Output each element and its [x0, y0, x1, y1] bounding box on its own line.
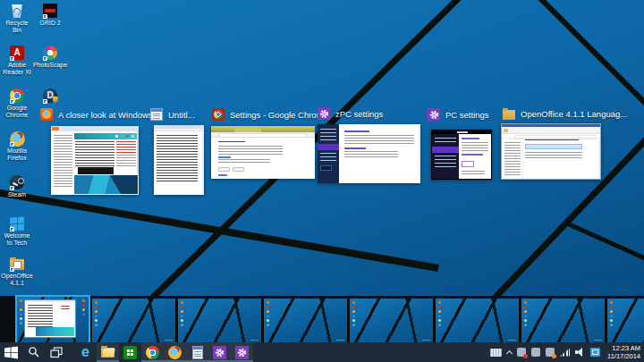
- preview-decor: [422, 340, 430, 341]
- desktop-icon-label: Mozilla Firefox: [1, 147, 33, 162]
- task-view-window-pc-settings[interactable]: PC settings: [428, 108, 489, 121]
- window-title: PC settings: [445, 110, 489, 120]
- action-center-icon[interactable]: [590, 348, 600, 357]
- desktop-icon-photoscape[interactable]: PhotoScape: [34, 46, 66, 69]
- window-preview-chrome[interactable]: [211, 126, 315, 179]
- desktop-icon-d-app[interactable]: D: [34, 88, 66, 105]
- desktop-icon-label: PhotoScape: [33, 62, 67, 69]
- search-icon: [28, 346, 40, 358]
- preview-decor: [320, 165, 332, 171]
- task-view-window-chrome[interactable]: Settings - Google Chrome: [212, 108, 328, 121]
- chrome-icon: [212, 108, 225, 121]
- virtual-desktop-thumbnail[interactable]: [436, 299, 519, 342]
- virtual-desktop-thumbnail-active[interactable]: [15, 295, 90, 344]
- file-explorer-icon: [101, 348, 114, 358]
- tray-badge-icon-red[interactable]: [517, 348, 526, 357]
- virtual-desktop-thumbnail[interactable]: [350, 299, 433, 342]
- task-view-window-firefox[interactable]: A closer look at Windows...: [40, 108, 160, 121]
- virtual-desktop-thumbnail[interactable]: [178, 299, 261, 342]
- preview-decor: [178, 299, 261, 342]
- preview-decor: [24, 299, 76, 338]
- window-preview-notepad[interactable]: [154, 125, 204, 195]
- preview-decor: [54, 135, 72, 187]
- preview-decor: [74, 133, 137, 139]
- window-preview-firefox[interactable]: [51, 126, 139, 195]
- virtual-desktop-thumbnail[interactable]: [607, 299, 644, 342]
- preview-decor: [344, 130, 369, 132]
- desktop-icon-label: Adobe Reader XI: [1, 62, 33, 76]
- internet-explorer-icon: e: [81, 345, 89, 359]
- preview-decor: [594, 340, 602, 341]
- chrome-icon: [146, 346, 159, 359]
- desktop-icon-recycle-bin[interactable]: Recycle Bin: [1, 4, 33, 34]
- window-title: zPC settings: [335, 109, 383, 119]
- store-button[interactable]: [119, 342, 141, 362]
- start-button[interactable]: [0, 342, 22, 362]
- clock-date: 11/17/2014: [607, 352, 640, 360]
- preview-decor: [435, 156, 456, 168]
- shortcut-arrow-icon: [10, 267, 14, 272]
- pc-settings-gear-icon: [318, 107, 330, 120]
- window-title: Untitl...: [168, 110, 195, 120]
- desktop-icon-adobe-reader[interactable]: A Adobe Reader XI: [1, 46, 33, 76]
- window-preview-pc-settings[interactable]: [431, 130, 492, 180]
- chrome-button[interactable]: [141, 342, 164, 362]
- shortcut-arrow-icon: [10, 186, 14, 190]
- preview-decor: [525, 152, 582, 160]
- window-preview-zpc-settings[interactable]: [318, 124, 420, 183]
- virtual-desktop-thumbnail[interactable]: [264, 299, 347, 342]
- pc-settings-button-1[interactable]: [208, 342, 231, 362]
- desktop-icon-welcome-tech-preview[interactable]: Welcome to Tech Preview: [1, 216, 33, 248]
- virtual-desktop-thumbnail[interactable]: [92, 299, 175, 342]
- preview-decor: [264, 299, 347, 342]
- firefox-button[interactable]: [164, 342, 186, 362]
- notepad-button[interactable]: [186, 342, 208, 362]
- preview-decor: [218, 146, 283, 155]
- notepad-icon: [192, 346, 203, 359]
- task-view-window-zpc-settings[interactable]: zPC settings: [318, 107, 383, 120]
- recycle-bin-icon: [12, 4, 23, 18]
- task-view-window-explorer[interactable]: OpenOffice 4.1.1 Languag...: [503, 108, 627, 120]
- preview-decor: [218, 167, 230, 172]
- firefox-icon: [40, 108, 53, 121]
- desktop-icon-mozilla-firefox[interactable]: Mozilla Firefox: [1, 131, 33, 162]
- preview-decor: [610, 301, 613, 304]
- desktop-icon-grid2[interactable]: GRID 2: [34, 4, 66, 27]
- pc-settings-button-2[interactable]: [231, 342, 253, 362]
- preview-decor: [211, 126, 315, 132]
- shortcut-arrow-icon: [10, 56, 14, 61]
- preview-decor: [502, 127, 600, 134]
- desktop-icon-label: Steam: [8, 191, 26, 198]
- desktop-icon-label: OpenOffice 4.1.1 Langu...: [1, 273, 33, 288]
- task-view-button[interactable]: [45, 342, 67, 362]
- touch-keyboard-icon[interactable]: [490, 349, 502, 357]
- taskbar-clock[interactable]: 12:23 AM 11/17/2014: [606, 344, 640, 360]
- internet-explorer-button[interactable]: e: [74, 342, 97, 362]
- file-explorer-button[interactable]: [97, 342, 119, 362]
- window-title: A closer look at Windows...: [58, 110, 160, 120]
- virtual-desktop-thumbnail[interactable]: [521, 299, 605, 342]
- desktop-icon-steam[interactable]: Steam: [1, 175, 33, 198]
- preview-decor: [116, 141, 136, 153]
- desktop-icon-label: Welcome to Tech Preview: [1, 232, 33, 248]
- network-icon[interactable]: [560, 349, 570, 357]
- show-hidden-icons-chevron[interactable]: [506, 349, 513, 356]
- desktop-icon-openoffice[interactable]: OpenOffice 4.1.1 Langu...: [1, 257, 33, 288]
- preview-decor: [51, 126, 139, 131]
- preview-decor: [352, 301, 355, 304]
- preview-decor: [78, 167, 114, 174]
- tray-badge-icon-orange[interactable]: [546, 348, 555, 357]
- window-title: Settings - Google Chrome: [230, 110, 328, 120]
- clock-time: 12:23 AM: [612, 344, 640, 352]
- preview-scrollbar: [202, 132, 204, 195]
- preview-decor: [75, 141, 114, 166]
- task-view-window-notepad[interactable]: Untitl...: [150, 108, 195, 121]
- desktop-icon-google-chrome[interactable]: Google Chrome: [1, 88, 33, 119]
- tray-device-icon[interactable]: [531, 348, 540, 357]
- window-preview-explorer[interactable]: [501, 123, 601, 180]
- firefox-icon: [168, 346, 182, 359]
- preview-decor: [165, 340, 173, 341]
- task-view-icon: [50, 347, 63, 358]
- volume-icon[interactable]: [575, 348, 585, 357]
- search-button[interactable]: [22, 342, 45, 362]
